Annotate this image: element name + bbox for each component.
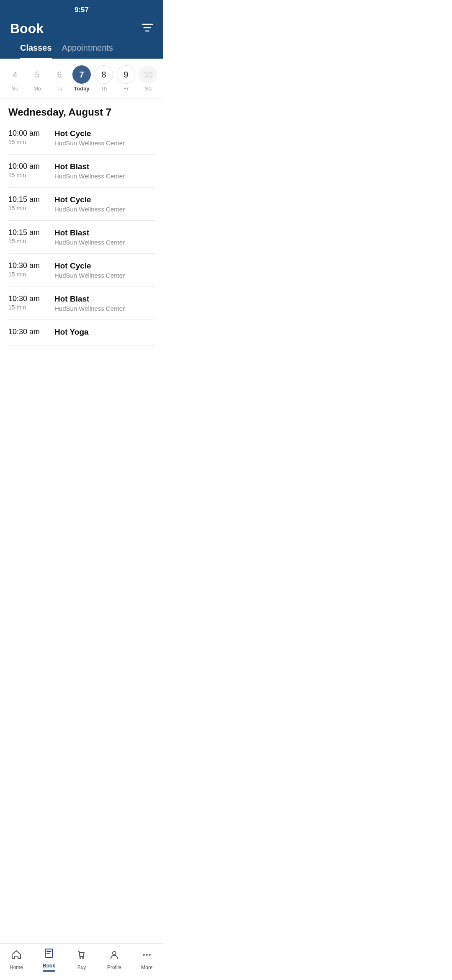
- day-item-6[interactable]: 6Tu: [49, 65, 69, 92]
- day-label: Th: [100, 85, 107, 92]
- class-time-main: 10:30 am: [8, 328, 54, 336]
- header: 9:57 Book Classes Appointments: [0, 0, 163, 59]
- class-item[interactable]: 10:00 am15 minHot BlastHudSun Wellness C…: [8, 155, 155, 188]
- day-number: 5: [28, 65, 46, 84]
- class-name: Hot Yoga: [54, 328, 155, 337]
- class-location: HudSun Wellness Center: [54, 173, 155, 180]
- class-time-main: 10:00 am: [8, 162, 54, 171]
- tab-classes[interactable]: Classes: [20, 43, 52, 59]
- day-number: 9: [117, 65, 135, 84]
- class-name: Hot Cycle: [54, 195, 155, 204]
- class-name: Hot Blast: [54, 228, 155, 237]
- class-location: HudSun Wellness Center: [54, 139, 155, 147]
- day-number: 6: [50, 65, 69, 84]
- header-row: Book: [10, 18, 153, 43]
- day-label: Mo: [33, 85, 41, 92]
- class-item[interactable]: 10:30 am15 minHot BlastHudSun Wellness C…: [8, 287, 155, 320]
- class-item[interactable]: 10:00 am15 minHot CycleHudSun Wellness C…: [8, 121, 155, 155]
- day-picker: 4Su5Mo6Tu7Today8Th9Fr10Sa: [0, 59, 163, 99]
- class-duration: 15 min: [8, 304, 54, 311]
- page-title: Book: [10, 21, 44, 36]
- class-name: Hot Cycle: [54, 129, 155, 138]
- class-time-main: 10:30 am: [8, 294, 54, 303]
- class-time-main: 10:00 am: [8, 129, 54, 138]
- class-time-main: 10:30 am: [8, 261, 54, 270]
- day-number: 8: [95, 65, 113, 84]
- class-duration: 15 min: [8, 172, 54, 178]
- content-wrapper: 4Su5Mo6Tu7Today8Th9Fr10Sa Wednesday, Aug…: [0, 59, 163, 379]
- class-item[interactable]: 10:15 am15 minHot CycleHudSun Wellness C…: [8, 188, 155, 221]
- day-number: 4: [6, 65, 24, 84]
- class-location: HudSun Wellness Center: [54, 206, 155, 213]
- day-number: 7: [72, 65, 91, 84]
- class-location: HudSun Wellness Center: [54, 239, 155, 246]
- day-label: Su: [12, 85, 18, 92]
- class-duration: 15 min: [8, 238, 54, 245]
- date-heading: Wednesday, August 7: [0, 99, 163, 121]
- class-name: Hot Blast: [54, 294, 155, 304]
- day-item-8[interactable]: 8Th: [94, 65, 114, 92]
- class-time-main: 10:15 am: [8, 195, 54, 204]
- filter-icon[interactable]: [141, 23, 153, 35]
- class-duration: 15 min: [8, 205, 54, 211]
- day-item-7[interactable]: 7Today: [72, 65, 92, 92]
- day-label: Sa: [145, 85, 152, 92]
- day-item-4[interactable]: 4Su: [5, 65, 25, 92]
- tab-bar: Classes Appointments: [10, 43, 153, 59]
- class-name: Hot Blast: [54, 162, 155, 171]
- class-name: Hot Cycle: [54, 261, 155, 271]
- class-location: HudSun Wellness Center: [54, 305, 155, 312]
- class-duration: 15 min: [8, 271, 54, 278]
- day-label: Today: [74, 85, 89, 92]
- tab-appointments[interactable]: Appointments: [62, 43, 113, 59]
- day-item-9[interactable]: 9Fr: [116, 65, 136, 92]
- day-label: Tu: [56, 85, 63, 92]
- class-time-main: 10:15 am: [8, 228, 54, 237]
- class-item[interactable]: 10:30 amHot Yoga: [8, 320, 155, 346]
- day-number: 10: [139, 65, 157, 84]
- status-bar: 9:57: [10, 6, 153, 18]
- day-item-10[interactable]: 10Sa: [138, 65, 158, 92]
- class-item[interactable]: 10:30 am15 minHot CycleHudSun Wellness C…: [8, 254, 155, 287]
- day-item-5[interactable]: 5Mo: [27, 65, 47, 92]
- day-label: Fr: [123, 85, 128, 92]
- status-time: 9:57: [74, 6, 89, 14]
- class-item[interactable]: 10:15 am15 minHot BlastHudSun Wellness C…: [8, 221, 155, 254]
- class-list: 10:00 am15 minHot CycleHudSun Wellness C…: [0, 121, 163, 346]
- class-location: HudSun Wellness Center: [54, 272, 155, 279]
- class-duration: 15 min: [8, 139, 54, 145]
